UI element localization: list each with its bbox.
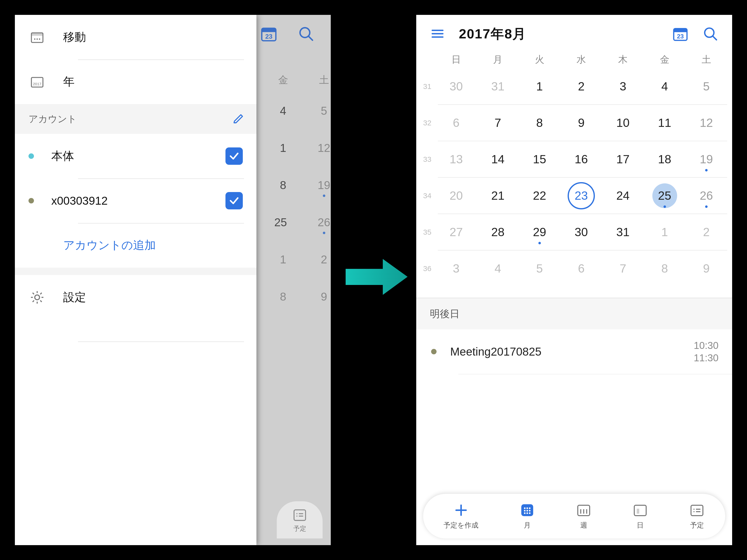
day-cell[interactable]: 15 [519,152,561,166]
day-cell[interactable]: 21 [477,189,519,202]
day-cell[interactable]: 12 [686,116,727,130]
agenda: 明後日 Meeting20170825 10:30 11:30 [416,298,732,375]
bottom-label: 週 [580,520,587,530]
search-icon[interactable] [702,26,719,43]
underlay-day[interactable]: 25 [260,215,301,229]
day-cell[interactable]: 8 [519,116,561,130]
day-cell[interactable]: 2 [686,225,727,239]
day-cell[interactable]: 1 [644,225,685,239]
day-cell[interactable]: 3 [602,79,644,93]
underlay-day[interactable]: 26 [304,215,331,229]
day-cell[interactable]: 22 [519,189,561,202]
day-cell[interactable]: 7 [477,116,519,130]
underlay-day[interactable]: 8 [263,178,304,192]
divider [78,223,244,224]
underlay-day[interactable]: 1 [263,141,304,155]
menu-icon[interactable] [430,26,445,42]
svg-point-18 [35,295,40,300]
day-cell[interactable]: 18 [644,152,685,166]
day-cell[interactable]: 1 [519,79,561,93]
day-cell[interactable]: 11 [644,116,685,130]
day-cell[interactable]: 28 [477,225,519,239]
day-cell[interactable]: 4 [644,79,685,93]
day-cell[interactable]: 6 [435,116,477,130]
day-cell[interactable]: 13 [435,152,477,166]
day-cell[interactable]: 9 [686,262,727,275]
day-cell[interactable]: 25 [644,189,685,202]
underlay-day[interactable]: 9 [304,290,331,303]
event-title: Meeting20170825 [450,345,694,358]
day-cell[interactable]: 4 [477,262,519,275]
day-cell[interactable]: 31 [477,79,519,93]
underlay-day[interactable]: 4 [263,104,304,118]
week-number: 36 [419,264,435,273]
account-color-dot [28,198,34,203]
event-dot [664,205,666,208]
day-cell[interactable]: 2 [561,79,602,93]
day-cell[interactable]: 5 [686,79,727,93]
agenda-event[interactable]: Meeting20170825 10:30 11:30 [416,329,732,374]
day-cell[interactable]: 10 [602,116,644,130]
day-cell[interactable]: 14 [477,152,519,166]
phone-left: 23 金 土 4 5 1 12 8 19 25 26 1 2 8 9 [15,15,331,545]
bottom-day-view[interactable]: 日 [632,502,648,530]
bottom-bar: 予定を作成 月 週 日 予定 [423,494,725,538]
weekday-sat: 土 [304,73,331,87]
underlay-day[interactable]: 5 [304,104,331,118]
underlay-day[interactable]: 8 [263,290,304,303]
bottom-list-view[interactable]: 予定 [689,502,705,530]
event-dot [705,169,707,172]
day-cell[interactable]: 5 [519,262,561,275]
underlay-day[interactable]: 2 [304,253,331,266]
underlay-day[interactable]: 12 [304,141,331,155]
checkbox-checked[interactable] [226,148,243,165]
day-cell[interactable]: 19 [686,152,727,166]
day-cell[interactable]: 27 [435,225,477,239]
event-dot [323,195,325,197]
bottom-label: 予定を作成 [443,520,479,530]
drawer-add-account[interactable]: アカウントの追加 [15,223,256,268]
divider [78,59,244,60]
search-icon[interactable] [297,25,315,43]
drawer-account-external[interactable]: x00303912 [15,178,256,223]
day-cell[interactable]: 9 [561,116,602,130]
year-icon: 2017 [28,74,46,90]
bottom-new-event[interactable]: 予定を作成 [443,502,479,530]
today-icon[interactable]: 23 [260,25,278,43]
edit-icon[interactable] [232,111,245,127]
bottom-pill-list[interactable]: 予定 [277,501,323,538]
drawer-item-jump[interactable]: 移動 [15,15,256,59]
today-icon[interactable]: 23 [672,26,689,43]
weekday-sat: 土 [686,53,727,66]
bottom-week-view[interactable]: 週 [576,502,592,530]
drawer-item-settings[interactable]: 設定 [15,275,256,320]
day-cell[interactable]: 16 [561,152,602,166]
underlay-day[interactable]: 19 [304,178,331,192]
day-cell[interactable]: 17 [602,152,644,166]
day-cell[interactable]: 29 [519,225,561,239]
svg-text:23: 23 [265,32,272,40]
svg-point-45 [526,512,528,514]
svg-point-12 [34,39,35,40]
drawer-account-local[interactable]: 本体 [15,134,256,178]
day-cell[interactable]: 30 [435,79,477,93]
day-cell[interactable]: 30 [561,225,602,239]
day-cell[interactable]: 6 [561,262,602,275]
day-cell[interactable]: 7 [602,262,644,275]
day-cell[interactable]: 20 [435,189,477,202]
checkbox-checked[interactable] [226,192,243,209]
drawer-item-year[interactable]: 2017 年 [15,59,256,104]
svg-rect-31 [674,28,687,32]
week-number: 33 [419,155,435,163]
svg-line-23 [33,293,34,295]
day-cell[interactable]: 31 [602,225,644,239]
page-title[interactable]: 2017年8月 [459,25,526,43]
day-cell[interactable]: 24 [602,189,644,202]
svg-point-38 [524,507,525,509]
day-cell[interactable]: 23 [561,189,602,202]
bottom-month-view[interactable]: 月 [519,502,535,530]
day-cell[interactable]: 26 [686,189,727,202]
underlay-day[interactable]: 1 [263,253,304,266]
day-cell[interactable]: 8 [644,262,685,275]
day-cell[interactable]: 3 [435,262,477,275]
